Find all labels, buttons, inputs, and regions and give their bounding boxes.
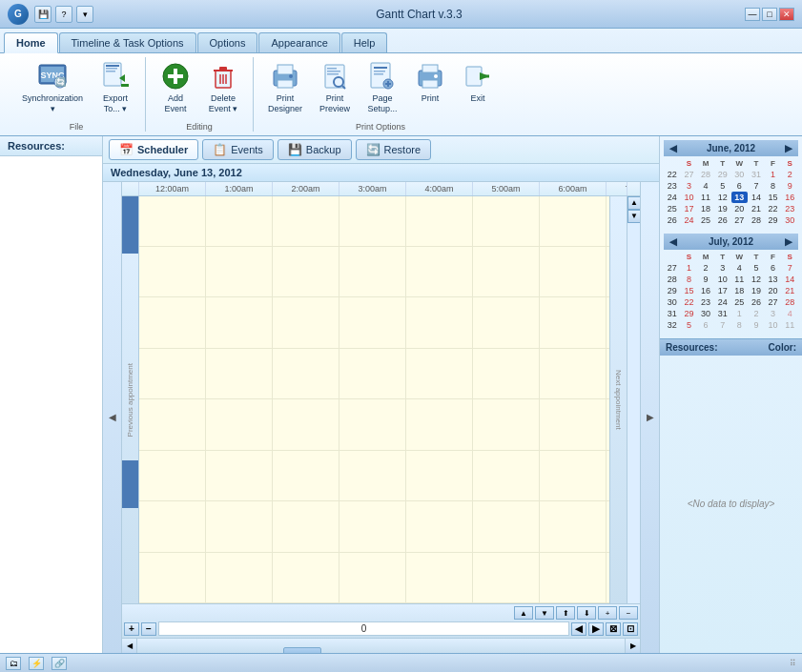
backup-tab[interactable]: 💾 Backup: [278, 139, 352, 160]
tab-timeline[interactable]: Timeline & Task Options: [59, 32, 196, 52]
cal-day[interactable]: 10: [765, 319, 782, 331]
cal-day[interactable]: 4: [697, 180, 714, 192]
cal-day[interactable]: 19: [714, 203, 731, 214]
scroll-ctrl-home[interactable]: ⬆: [556, 606, 575, 620]
cal-day[interactable]: 28: [697, 169, 714, 180]
minimize-button[interactable]: —: [745, 8, 760, 21]
scroll-ctrl-up[interactable]: ▲: [514, 606, 533, 620]
cal-day[interactable]: 4: [731, 262, 749, 274]
tab-options[interactable]: Options: [197, 32, 258, 52]
cal-day[interactable]: 2: [748, 308, 765, 319]
cal-day[interactable]: 9: [781, 180, 798, 192]
cal-day[interactable]: 14: [781, 274, 798, 285]
june-next-button[interactable]: ▶: [785, 143, 792, 153]
cal-day[interactable]: 25: [731, 296, 749, 308]
cal-day[interactable]: 5: [681, 319, 698, 331]
right-nav-button[interactable]: ▶: [640, 182, 659, 653]
scroll-ctrl-end[interactable]: ⬇: [577, 606, 596, 620]
vertical-scrollbar[interactable]: ▲ ▼: [627, 196, 640, 603]
zoom-home-button[interactable]: ⊠: [606, 622, 621, 636]
cal-day[interactable]: 13: [765, 274, 782, 285]
cal-day[interactable]: 26: [714, 214, 731, 226]
cal-day[interactable]: 10: [714, 274, 731, 285]
print-designer-button[interactable]: PrintDesigner: [261, 57, 309, 118]
cal-day[interactable]: 27: [765, 296, 782, 308]
cal-day[interactable]: 11: [697, 192, 714, 203]
exit-button[interactable]: Exit: [456, 57, 500, 108]
cal-day[interactable]: 10: [681, 192, 698, 203]
cal-day[interactable]: 11: [781, 319, 798, 331]
july-prev-button[interactable]: ◀: [669, 236, 677, 247]
cal-day[interactable]: 25: [697, 214, 714, 226]
cal-day[interactable]: 31: [714, 308, 731, 319]
status-icon-2[interactable]: ⚡: [29, 657, 44, 670]
hscroll-thumb[interactable]: [283, 647, 321, 654]
cal-day[interactable]: 18: [697, 203, 714, 214]
cal-day[interactable]: 1: [731, 308, 749, 319]
cal-day[interactable]: 5: [714, 180, 731, 192]
cal-day[interactable]: 12: [714, 192, 731, 203]
cal-day[interactable]: 30: [697, 308, 714, 319]
cal-day[interactable]: 24: [681, 214, 698, 226]
cal-day[interactable]: 7: [748, 180, 765, 192]
cal-day[interactable]: 23: [697, 296, 714, 308]
maximize-button[interactable]: □: [762, 8, 777, 21]
export-button[interactable]: ExportTo... ▾: [93, 57, 137, 118]
cal-day[interactable]: 14: [748, 192, 765, 203]
cal-day[interactable]: 12: [748, 274, 765, 285]
cal-day[interactable]: 9: [748, 319, 765, 331]
cal-day[interactable]: 20: [765, 285, 782, 296]
cal-day[interactable]: 7: [781, 262, 798, 274]
cal-day[interactable]: 7: [714, 319, 731, 331]
cal-day[interactable]: 6: [765, 262, 782, 274]
cal-day[interactable]: 28: [748, 214, 765, 226]
hscroll-left-button[interactable]: ◀: [122, 639, 137, 654]
cal-day[interactable]: 29: [765, 214, 782, 226]
scheduler-tab[interactable]: 📅 Scheduler: [109, 139, 198, 160]
print-button[interactable]: Print: [408, 57, 452, 108]
delete-event-button[interactable]: DeleteEvent ▾: [201, 57, 245, 118]
zoom-minus-button[interactable]: −: [141, 622, 156, 636]
dropdown-quick-button[interactable]: ▾: [76, 6, 93, 23]
cal-day[interactable]: 30: [781, 214, 798, 226]
cal-day[interactable]: 19: [748, 285, 765, 296]
add-event-button[interactable]: AddEvent: [154, 57, 197, 118]
cal-day[interactable]: 5: [748, 262, 765, 274]
cal-day[interactable]: 2: [781, 169, 798, 180]
tab-home[interactable]: Home: [4, 32, 58, 53]
cal-day[interactable]: 20: [731, 203, 749, 214]
cal-day[interactable]: 26: [748, 296, 765, 308]
horizontal-scrollbar[interactable]: ◀ ▶: [122, 638, 640, 653]
cal-day[interactable]: 21: [781, 285, 798, 296]
cal-day[interactable]: 4: [781, 308, 798, 319]
cal-day[interactable]: 8: [681, 274, 698, 285]
zoom-next-button[interactable]: ▶: [588, 622, 604, 636]
print-preview-button[interactable]: PrintPreview: [313, 57, 357, 118]
scroll-ctrl-minus[interactable]: −: [619, 606, 638, 620]
cal-day[interactable]: 27: [731, 214, 749, 226]
cal-day[interactable]: 22: [681, 296, 698, 308]
events-tab[interactable]: 📋 Events: [202, 139, 274, 160]
cal-today[interactable]: 13: [731, 192, 749, 203]
help-quick-button[interactable]: ?: [55, 6, 72, 23]
restore-tab[interactable]: 🔄 Restore: [356, 139, 432, 160]
status-icon-3[interactable]: 🔗: [51, 657, 67, 670]
cal-day[interactable]: 1: [765, 169, 782, 180]
cal-day[interactable]: 8: [731, 319, 749, 331]
hscroll-right-button[interactable]: ▶: [625, 639, 640, 654]
cal-day[interactable]: 23: [781, 203, 798, 214]
cal-day[interactable]: 30: [731, 169, 749, 180]
june-prev-button[interactable]: ◀: [669, 143, 677, 153]
scroll-down-button[interactable]: ▼: [627, 210, 640, 223]
cal-day[interactable]: 17: [714, 285, 731, 296]
cal-day[interactable]: 3: [681, 180, 698, 192]
cal-day[interactable]: 22: [765, 203, 782, 214]
scroll-ctrl-down[interactable]: ▼: [535, 606, 554, 620]
zoom-prev-button[interactable]: ◀: [571, 622, 586, 636]
cal-day[interactable]: 3: [714, 262, 731, 274]
cal-day[interactable]: 27: [681, 169, 698, 180]
left-nav-button[interactable]: ◀: [103, 182, 122, 653]
cal-day[interactable]: 1: [681, 262, 698, 274]
july-next-button[interactable]: ▶: [785, 236, 792, 247]
cal-day[interactable]: 15: [765, 192, 782, 203]
